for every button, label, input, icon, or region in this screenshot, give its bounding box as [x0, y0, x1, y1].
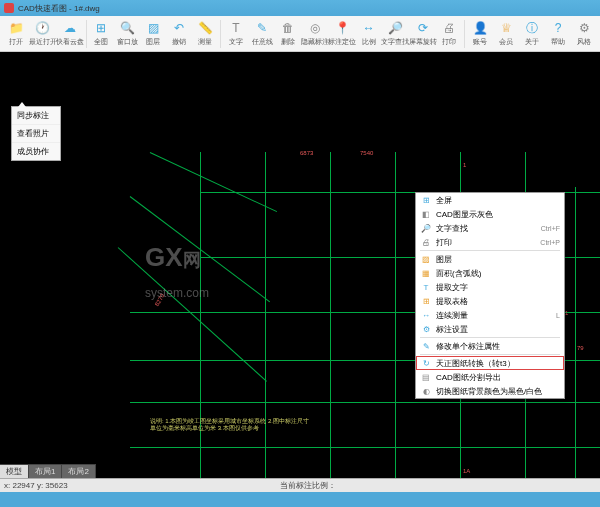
toolbar-icon: 👤: [472, 20, 488, 36]
layout-tab[interactable]: 模型: [0, 465, 28, 478]
layout-tabs: 模型布局1布局2: [0, 464, 96, 478]
ctx-item[interactable]: ▦面积(含弧线): [416, 266, 564, 280]
dimension-label: 7540: [360, 150, 373, 156]
ctx-item[interactable]: 🖨打印Ctrl+P: [416, 235, 564, 249]
ctx-icon: ◐: [420, 386, 432, 396]
toolbar-任意线[interactable]: ✎任意线: [249, 18, 275, 49]
ctx-label: 连续测量: [436, 310, 556, 321]
layout-tab[interactable]: 布局1: [29, 465, 61, 478]
ctx-icon: ◧: [420, 209, 432, 219]
ctx-icon: ✎: [420, 341, 432, 351]
toolbar-关于[interactable]: ⓘ关于: [519, 18, 545, 49]
toolbar-label: 快看云盘: [56, 37, 84, 47]
toolbar-账号[interactable]: 👤账号: [467, 18, 493, 49]
ctx-item[interactable]: ▤CAD图纸分割导出: [416, 370, 564, 384]
toolbar-icon: ✎: [254, 20, 270, 36]
ctx-item[interactable]: ◧CAD图显示灰色: [416, 207, 564, 221]
toolbar-最近打开[interactable]: 🕐最近打开: [29, 18, 56, 49]
toolbar-撤销[interactable]: ↶撤销: [166, 18, 192, 49]
toolbar-label: 帮助: [551, 37, 565, 47]
toolbar-icon: ♕: [498, 20, 514, 36]
toolbar-icon: ☁: [62, 20, 78, 36]
ctx-item[interactable]: ▨图层: [416, 252, 564, 266]
toolbar-窗口放[interactable]: 🔍窗口放: [114, 18, 140, 49]
toolbar-label: 删除: [281, 37, 295, 47]
toolbar-帮助[interactable]: ?帮助: [545, 18, 571, 49]
ctx-shortcut: L: [556, 312, 560, 319]
toolbar-icon: ⊞: [93, 20, 109, 36]
ctx-item[interactable]: ↻天正图纸转换（转t3）: [416, 356, 564, 370]
dropdown-item[interactable]: 成员协作: [12, 143, 60, 160]
toolbar-icon: ↔: [361, 20, 377, 36]
toolbar-label: 窗口放: [117, 37, 138, 47]
ctx-label: 提取文字: [436, 282, 560, 293]
toolbar-icon: 🖨: [441, 20, 457, 36]
ctx-label: 标注设置: [436, 324, 560, 335]
toolbar-隐藏标注[interactable]: ◎隐藏标注: [301, 18, 328, 49]
toolbar-icon: ⟳: [415, 20, 431, 36]
toolbar-label: 风格: [577, 37, 591, 47]
toolbar-标注定位[interactable]: 📍标注定位: [328, 18, 355, 49]
toolbar-icon: 🕐: [35, 20, 51, 36]
toolbar-图层[interactable]: ▨图层: [140, 18, 166, 49]
ctx-icon: ⊞: [420, 195, 432, 205]
ctx-item[interactable]: ⚙标注设置: [416, 322, 564, 336]
ctx-icon: 🖨: [420, 237, 432, 247]
toolbar-文字查找[interactable]: 🔎文字查找: [382, 18, 409, 49]
toolbar-打印[interactable]: 🖨打印: [436, 18, 462, 49]
toolbar: 📁打开🕐最近打开☁快看云盘⊞全图🔍窗口放▨图层↶撤销📏测量T文字✎任意线🗑删除◎…: [0, 16, 600, 52]
statusbar: x: 22947 y: 35623 当前标注比例：: [0, 478, 600, 492]
toolbar-打开[interactable]: 📁打开: [3, 18, 29, 49]
ctx-icon: 🔎: [420, 223, 432, 233]
ctx-icon: ▦: [420, 268, 432, 278]
toolbar-icon: 🔎: [387, 20, 403, 36]
ctx-item[interactable]: ↔连续测量L: [416, 308, 564, 322]
toolbar-会员[interactable]: ♕会员: [493, 18, 519, 49]
toolbar-比例[interactable]: ↔比例: [356, 18, 382, 49]
ctx-icon: ▤: [420, 372, 432, 382]
toolbar-快看云盘[interactable]: ☁快看云盘: [56, 18, 83, 49]
ctx-item[interactable]: T提取文字: [416, 280, 564, 294]
toolbar-删除[interactable]: 🗑删除: [275, 18, 301, 49]
window-title: CAD快速看图 - 1#.dwg: [18, 3, 100, 14]
toolbar-icon: ⓘ: [524, 20, 540, 36]
titlebar: CAD快速看图 - 1#.dwg: [0, 0, 600, 16]
ctx-label: 全屏: [436, 195, 560, 206]
ctx-item[interactable]: ⊞提取表格: [416, 294, 564, 308]
ctx-icon: ▨: [420, 254, 432, 264]
dimension-label: 1A: [463, 468, 470, 474]
drawing-canvas[interactable]: 68737540827011461791A 说明: 1.本图为竣工图坐标采用城市…: [0, 52, 600, 492]
toolbar-icon: T: [228, 20, 244, 36]
app-icon: [4, 3, 14, 13]
toolbar-label: 隐藏标注: [301, 37, 329, 47]
ctx-label: 图层: [436, 254, 560, 265]
ctx-item[interactable]: ◐切换图纸背景颜色为黑色/白色: [416, 384, 564, 398]
toolbar-label: 关于: [525, 37, 539, 47]
toolbar-label: 最近打开: [29, 37, 57, 47]
coords-readout: x: 22947 y: 35623: [4, 481, 68, 490]
ctx-item[interactable]: ⊞全屏: [416, 193, 564, 207]
toolbar-dropdown: 同步标注查看照片成员协作: [11, 106, 61, 161]
toolbar-icon: 📍: [334, 20, 350, 36]
toolbar-label: 比例: [362, 37, 376, 47]
ctx-item[interactable]: ✎修改单个标注属性: [416, 339, 564, 353]
ctx-item[interactable]: 🔎文字查找Ctrl+F: [416, 221, 564, 235]
toolbar-label: 打开: [9, 37, 23, 47]
toolbar-风格[interactable]: ⚙风格: [571, 18, 597, 49]
toolbar-icon: 🔍: [119, 20, 135, 36]
toolbar-icon: 📏: [197, 20, 213, 36]
dimension-label: 1: [463, 162, 466, 168]
toolbar-文字[interactable]: T文字: [223, 18, 249, 49]
ctx-label: CAD图显示灰色: [436, 209, 560, 220]
dimension-label: 8270: [154, 293, 166, 308]
toolbar-label: 任意线: [252, 37, 273, 47]
ctx-label: 天正图纸转换（转t3）: [436, 358, 560, 369]
toolbar-label: 撤销: [172, 37, 186, 47]
toolbar-全图[interactable]: ⊞全图: [88, 18, 114, 49]
toolbar-屏幕旋转[interactable]: ⟳屏幕旋转: [409, 18, 436, 49]
layout-tab[interactable]: 布局2: [62, 465, 94, 478]
toolbar-icon: ?: [550, 20, 566, 36]
dropdown-item[interactable]: 同步标注: [12, 107, 60, 125]
dropdown-item[interactable]: 查看照片: [12, 125, 60, 143]
toolbar-测量[interactable]: 📏测量: [192, 18, 218, 49]
